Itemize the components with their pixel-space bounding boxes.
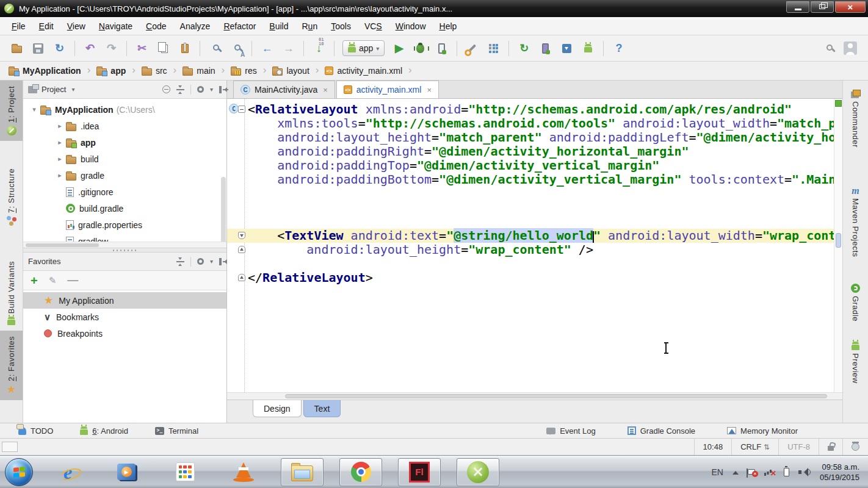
breadcrumb-item-layout[interactable]: layout (270, 66, 311, 76)
tool-stripe-tab-maven-projects[interactable]: mMaven Projects (843, 181, 868, 263)
editor-tab-MainActivity-java[interactable]: CMainActivity.java× (233, 81, 335, 98)
taskbar-button-vlc[interactable] (222, 458, 265, 486)
gear-icon[interactable] (197, 86, 204, 93)
language-indicator[interactable]: EN (711, 467, 723, 477)
breadcrumb-item-src[interactable]: src (139, 66, 170, 76)
expander-icon[interactable]: ▸ (54, 138, 66, 146)
tool-stripe-tab-preview[interactable]: Preview (843, 336, 868, 389)
code-line[interactable]: xmlns:tools="http://schemas.android.com/… (227, 117, 834, 131)
show-hidden-icons[interactable] (732, 468, 739, 475)
menu-item-tools[interactable]: Tools (324, 19, 358, 34)
code-editor[interactable]: <RelativeLayout xmlns:android="http://sc… (227, 99, 842, 392)
tree-row-app[interactable]: ▸app (23, 134, 226, 151)
tool-window-button-terminal[interactable]: >_Terminal (155, 426, 198, 436)
collapse-all-icon[interactable] (176, 257, 184, 265)
close-tab-icon[interactable]: × (427, 85, 432, 95)
edit-favorite-button[interactable]: ✎ (49, 275, 57, 286)
code-line[interactable] (227, 201, 834, 215)
menu-item-help[interactable]: Help (433, 19, 464, 34)
expander-icon[interactable]: ▸ (54, 171, 66, 179)
minimize-button[interactable] (786, 1, 809, 13)
fold-marker-icon[interactable] (238, 232, 245, 239)
undo-icon[interactable]: ↶ (82, 40, 98, 57)
close-tab-icon[interactable]: × (323, 85, 328, 95)
menu-item-edit[interactable]: Edit (32, 19, 60, 34)
sdk-manager-icon[interactable] (559, 40, 575, 57)
add-favorite-button[interactable]: + (31, 275, 38, 286)
taskbar-button-android-studio[interactable] (457, 458, 499, 486)
code-line[interactable]: android:layout_height="match_parent" and… (227, 131, 834, 145)
taskbar-button-flash[interactable]: Fl (398, 458, 441, 486)
editor-mode-tab-design[interactable]: Design (253, 400, 302, 417)
synchronize-icon[interactable]: ↻ (51, 40, 68, 57)
menu-item-build[interactable]: Build (262, 19, 295, 34)
avd-manager-icon[interactable] (537, 40, 554, 57)
editor-vscrollbar[interactable] (834, 99, 842, 392)
code-line[interactable] (227, 215, 834, 229)
caret-position[interactable]: 10:48 (694, 439, 732, 455)
favorites-item-my-application[interactable]: ★My Application (23, 292, 226, 309)
tool-stripe-tab-2-favorites[interactable]: 2: Favorites★ (0, 331, 23, 400)
help-icon[interactable]: ? (610, 40, 627, 57)
cut-icon[interactable]: ✂ (134, 40, 150, 57)
breadcrumb-item-activity_main.xml[interactable]: <>activity_main.xml (322, 66, 405, 76)
close-button[interactable]: × (835, 1, 866, 13)
menu-item-analyze[interactable]: Analyze (173, 19, 217, 34)
fold-marker-icon[interactable] (238, 106, 245, 113)
code-line[interactable]: <RelativeLayout xmlns:android="http://sc… (227, 102, 834, 117)
start-button[interactable] (5, 458, 33, 486)
breadcrumb-item-res[interactable]: res (228, 66, 259, 76)
tool-stripe-tab-7-structure[interactable]: 7: Structure (0, 163, 23, 231)
project-panel-title[interactable]: Project (42, 85, 66, 94)
file-encoding-widget[interactable]: UTF-8 (778, 439, 819, 455)
scrollbar-thumb[interactable] (285, 394, 827, 398)
scrollbar-thumb[interactable] (836, 233, 841, 248)
menu-item-file[interactable]: File (5, 19, 32, 34)
battery-icon[interactable] (784, 468, 789, 476)
debug-icon[interactable] (412, 40, 429, 57)
fold-marker-icon[interactable] (238, 274, 245, 281)
favorites-item-breakpoints[interactable]: Breakpoints (23, 325, 226, 342)
scrollbar-thumb[interactable] (221, 177, 226, 242)
code-line[interactable]: android:paddingBottom="@dimen/activity_v… (227, 173, 834, 187)
taskbar-button-chrome[interactable] (339, 458, 382, 486)
volume-icon[interactable] (798, 468, 811, 476)
menu-item-run[interactable]: Run (295, 19, 324, 34)
replace-icon[interactable]: A (228, 40, 245, 57)
menu-item-window[interactable]: Window (389, 19, 433, 34)
favorites-item-bookmarks[interactable]: ∨Bookmarks (23, 309, 226, 325)
tool-window-button-memory-monitor[interactable]: Memory Monitor (727, 426, 798, 436)
tree-row--idea[interactable]: ▸.idea (23, 118, 226, 134)
attach-debugger-icon[interactable] (433, 40, 450, 57)
breadcrumb-item-main[interactable]: main (180, 66, 217, 76)
expander-icon[interactable]: ▸ (54, 122, 66, 130)
user-icon[interactable] (842, 40, 858, 57)
gear-icon[interactable] (197, 258, 204, 265)
menu-item-refactor[interactable]: Refactor (217, 19, 262, 34)
gear-dropdown-icon[interactable]: ▾ (210, 86, 213, 93)
remove-favorite-button[interactable]: — (67, 274, 78, 287)
menu-item-code[interactable]: Code (139, 19, 173, 34)
code-line[interactable]: android:paddingTop="@dimen/activity_vert… (227, 159, 834, 173)
run-icon[interactable]: ▶ (391, 40, 407, 57)
code-lines[interactable]: <RelativeLayout xmlns:android="http://sc… (227, 99, 834, 392)
editor-tab-activity_main-xml[interactable]: <>activity_main.xml× (336, 81, 439, 98)
class-indicator-icon[interactable]: C (229, 104, 239, 113)
lock-widget[interactable] (819, 439, 842, 455)
editor-hscrollbar[interactable] (227, 392, 842, 400)
tool-window-button-todo[interactable]: TODO (18, 426, 53, 436)
code-line[interactable]: <TextView android:text="@string/hello_wo… (227, 229, 834, 243)
menu-item-view[interactable]: View (60, 19, 92, 34)
inspections-profile-widget[interactable] (842, 439, 868, 455)
code-line[interactable]: </RelativeLayout> (227, 271, 834, 285)
taskbar-button-media-player[interactable]: ▶ (105, 458, 148, 486)
code-line[interactable]: android:paddingRight="@dimen/activity_ho… (227, 145, 834, 159)
tool-stripe-tab-gradle[interactable]: Gradle (843, 278, 868, 327)
save-all-icon[interactable] (30, 40, 46, 57)
action-center-icon[interactable] (748, 469, 755, 475)
window-titlebar[interactable]: My Application - [C:\Users\TROY\AndroidS… (0, 0, 868, 17)
paste-icon[interactable] (176, 40, 193, 57)
inspection-status-icon[interactable] (835, 100, 842, 107)
menu-item-vcs[interactable]: VCS (358, 19, 389, 34)
project-tree-hscrollbar[interactable] (23, 242, 226, 248)
